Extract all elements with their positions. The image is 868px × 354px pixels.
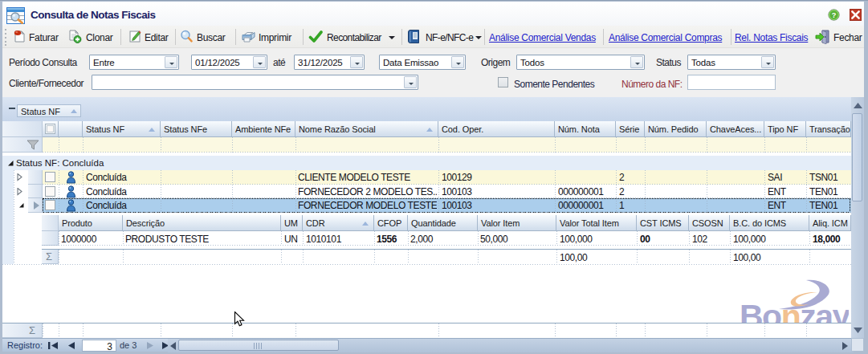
- svg-text:?: ?: [832, 11, 837, 19]
